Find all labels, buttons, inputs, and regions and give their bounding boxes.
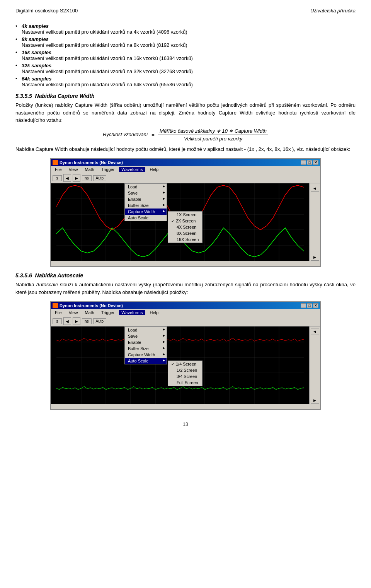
section-535-para1: Položky (funkce) nabídky Capture Width (… bbox=[15, 101, 356, 124]
bullet-8k-label: 8k samples bbox=[22, 36, 49, 42]
page-header: Digitální osciloskop S2X100 Uživatelská … bbox=[15, 8, 356, 16]
bullet-16k: 16k samples Nastavení velikosti paměti p… bbox=[15, 50, 356, 61]
page-footer: 13 bbox=[15, 422, 356, 427]
toolbar-ns-btn[interactable]: ns bbox=[82, 175, 92, 181]
screenshot2-titlebar: Dynon Instruments (No Device) _ □ ✕ bbox=[51, 302, 320, 309]
menu2-help[interactable]: Help bbox=[148, 310, 161, 315]
formula-label: Rychlost vzorkování bbox=[103, 131, 148, 137]
formula-equals: = bbox=[151, 132, 155, 138]
maximize-btn[interactable]: □ bbox=[307, 160, 312, 165]
osc-screen-1: Load Save Enable Buffer Size Capture Wid… bbox=[51, 183, 309, 261]
app-icon bbox=[53, 160, 58, 165]
formula-fraction: Měřítko časové základny ∗ 10 ∗ Capture W… bbox=[158, 128, 268, 142]
bullet-4k-text: Nastavení velikosti paměti pro ukládání … bbox=[22, 29, 187, 35]
toolbar-right-arrow[interactable]: ▶ bbox=[73, 174, 80, 182]
minimize-btn[interactable]: _ bbox=[301, 160, 306, 165]
menu-math[interactable]: Math bbox=[82, 167, 96, 172]
screenshot2-title-text: Dynon Instruments (No Device) bbox=[60, 303, 123, 308]
toolbar-auto-btn[interactable]: Auto bbox=[93, 175, 107, 181]
bullet-64k: 64k samples Nastavení velikosti paměti p… bbox=[15, 76, 356, 87]
rp2-btn-2[interactable]: ▶ bbox=[311, 397, 319, 404]
screenshot2-body: Load Save Enable Buffer Size Capture Wid… bbox=[51, 326, 320, 404]
screenshot2-statusbar bbox=[51, 404, 320, 409]
rp-btn-1[interactable]: ◀ bbox=[311, 185, 319, 192]
bullet-64k-text: Nastavení velikosti paměti pro ukládání … bbox=[22, 82, 193, 87]
screenshot1-title-text: Dynon Instruments (No Device) bbox=[60, 160, 123, 165]
header-left: Digitální osciloskop S2X100 bbox=[15, 8, 78, 14]
screenshot2-title-left: Dynon Instruments (No Device) bbox=[53, 303, 123, 308]
rp-btn-2[interactable]: ▶ bbox=[311, 254, 319, 261]
bullet-8k-text: Nastavení velikosti paměti pro ukládání … bbox=[22, 42, 187, 48]
toolbar2-left-arrow[interactable]: ◀ bbox=[63, 317, 71, 325]
close-btn[interactable]: ✕ bbox=[313, 160, 318, 165]
section-535-title: Nabídka Capture Width bbox=[35, 93, 95, 99]
right-panel-2: ◀ ▶ bbox=[309, 326, 320, 404]
bullet-list: 4k samples Nastavení velikosti paměti pr… bbox=[15, 23, 356, 87]
section-536-title: Nabídka Autoscale bbox=[35, 272, 83, 279]
menu2-trigger[interactable]: Trigger bbox=[99, 310, 117, 315]
section-535-para2: Nabídka Capture Width obsahuje následují… bbox=[15, 145, 356, 153]
section-535-heading: 5.3.5.5 Nabídka Capture Width bbox=[15, 93, 356, 99]
screenshot-2: Dynon Instruments (No Device) _ □ ✕ File… bbox=[50, 301, 321, 410]
bullet-16k-label: 16k samples bbox=[22, 50, 51, 55]
screenshot2-menubar: File View Math Trigger Waveforms Help bbox=[51, 309, 320, 316]
bullet-4k-label: 4k samples bbox=[22, 23, 49, 29]
toolbar-s-btn[interactable]: s bbox=[53, 175, 62, 181]
menu2-waveforms[interactable]: Waveforms bbox=[119, 310, 145, 315]
screenshot-1: Dynon Instruments (No Device) _ □ ✕ File… bbox=[50, 158, 321, 267]
menu2-view[interactable]: View bbox=[66, 310, 80, 315]
toolbar-left-arrow[interactable]: ◀ bbox=[63, 174, 71, 182]
menu-file[interactable]: File bbox=[53, 167, 64, 172]
screenshot1-titlebar: Dynon Instruments (No Device) _ □ ✕ bbox=[51, 159, 320, 166]
screenshot1-statusbar bbox=[51, 261, 320, 266]
bullet-32k-label: 32k samples bbox=[22, 63, 51, 68]
section-536-heading: 5.3.5.6 Nabídka Autoscale bbox=[15, 272, 356, 279]
bullet-32k-text: Nastavení velikosti paměti pro ukládání … bbox=[22, 68, 193, 74]
page-number: 13 bbox=[183, 422, 188, 427]
bullet-64k-label: 64k samples bbox=[22, 76, 51, 82]
section-535-number: 5.3.5.5 bbox=[15, 93, 32, 99]
osc-wave-svg-2 bbox=[51, 326, 309, 404]
rp2-btn-1[interactable]: ◀ bbox=[311, 328, 319, 335]
maximize-btn-2[interactable]: □ bbox=[307, 303, 312, 308]
menu2-math[interactable]: Math bbox=[82, 310, 96, 315]
screenshot1-toolbar: s ◀ ▶ ns Auto bbox=[51, 173, 320, 183]
formula-numerator: Měřítko časové základny ∗ 10 ∗ Capture W… bbox=[158, 128, 268, 135]
menu2-file[interactable]: File bbox=[53, 310, 64, 315]
osc-wave-svg-1 bbox=[51, 183, 309, 261]
close-btn-2[interactable]: ✕ bbox=[313, 303, 318, 308]
menu-trigger[interactable]: Trigger bbox=[99, 167, 117, 172]
minimize-btn-2[interactable]: _ bbox=[301, 303, 306, 308]
app-icon-2 bbox=[53, 303, 58, 308]
bullet-32k: 32k samples Nastavení velikosti paměti p… bbox=[15, 63, 356, 74]
toolbar2-right-arrow[interactable]: ▶ bbox=[73, 317, 80, 325]
menu-help[interactable]: Help bbox=[148, 167, 161, 172]
toolbar2-ns-btn[interactable]: ns bbox=[82, 318, 92, 324]
formula-denominator: Velikost paměti pro vzorky bbox=[158, 135, 268, 142]
right-panel-1: ◀ ▶ bbox=[309, 183, 320, 261]
header-right: Uživatelská příručka bbox=[310, 8, 356, 14]
screenshot1-menubar: File View Math Trigger Waveforms Help bbox=[51, 166, 320, 173]
screenshot2-toolbar: s ◀ ▶ ns Auto bbox=[51, 316, 320, 326]
bullet-8k: 8k samples Nastavení velikosti paměti pr… bbox=[15, 36, 356, 48]
section-536-number: 5.3.5.6 bbox=[15, 272, 32, 279]
formula: Rychlost vzorkování = Měřítko časové zák… bbox=[15, 128, 356, 142]
screenshot1-body: Load Save Enable Buffer Size Capture Wid… bbox=[51, 183, 320, 261]
win-controls: _ □ ✕ bbox=[301, 160, 318, 165]
win-controls-2: _ □ ✕ bbox=[301, 303, 318, 308]
menu-view[interactable]: View bbox=[66, 167, 80, 172]
osc-screen-2: Load Save Enable Buffer Size Capture Wid… bbox=[51, 326, 309, 404]
menu-waveforms[interactable]: Waveforms bbox=[119, 167, 145, 172]
screenshot1-title-left: Dynon Instruments (No Device) bbox=[53, 160, 123, 165]
toolbar2-s-btn[interactable]: s bbox=[53, 318, 62, 324]
section-536-para1: Nabídka Autoscale slouží k automatickému… bbox=[15, 281, 356, 296]
bullet-16k-text: Nastavení velikosti paměti pro ukládání … bbox=[22, 55, 193, 61]
toolbar2-auto-btn[interactable]: Auto bbox=[93, 318, 107, 324]
bullet-4k: 4k samples Nastavení velikosti paměti pr… bbox=[15, 23, 356, 35]
